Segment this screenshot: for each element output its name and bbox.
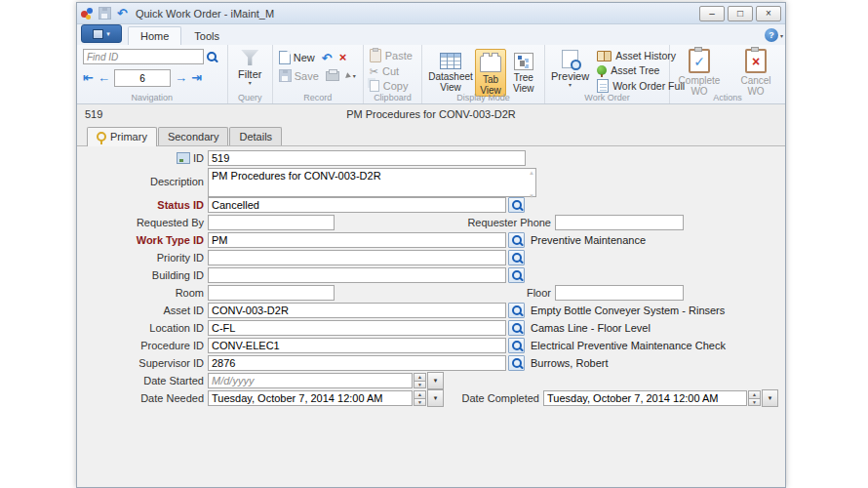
building-row: Building ID [77, 267, 785, 283]
room-input[interactable] [208, 285, 335, 301]
asset-lookup-button[interactable] [508, 303, 525, 318]
date-completed-dropdown[interactable]: ▾ [762, 389, 778, 407]
tab-view-button[interactable]: Tab View [475, 49, 506, 97]
requester-phone-input[interactable] [555, 215, 684, 230]
paste-button[interactable]: Paste [370, 49, 415, 62]
procedure-id-input[interactable] [208, 338, 506, 353]
description-textarea[interactable]: PM Procedures for CONV-003-D2R [208, 168, 536, 197]
tree-view-button[interactable]: Tree View [508, 49, 539, 97]
work-type-id-label: Work Type ID [77, 234, 204, 246]
ribbon-tab-row: ▾ Home Tools ? ▾ [77, 24, 785, 45]
clipboard-x-icon: × [745, 49, 767, 73]
clipboard-check-icon: ✓ [689, 49, 710, 73]
chevron-down-icon[interactable]: ▾ [780, 32, 783, 39]
record-number-input[interactable] [114, 69, 171, 87]
date-needed-spinner[interactable]: ▲▼ [414, 390, 426, 406]
cursor-icon [345, 72, 352, 79]
date-started-label: Date Started [77, 375, 204, 386]
datasheet-table-icon [440, 53, 461, 69]
magnifier-icon [512, 270, 522, 280]
title-bar: ↶ Quick Work Order - iMaint_M – □ × [77, 3, 785, 24]
status-id-label: Status ID [77, 199, 204, 211]
requested-by-input[interactable] [208, 215, 335, 230]
complete-wo-button[interactable]: ✓ Complete WO [676, 49, 723, 97]
date-started-input[interactable] [208, 373, 413, 388]
undo-record-icon[interactable]: ↶ [322, 53, 333, 63]
save-record-button[interactable]: Save [279, 69, 319, 82]
select-record-button[interactable]: ▾ [346, 73, 356, 79]
floor-input[interactable] [555, 285, 684, 301]
location-id-input[interactable] [208, 320, 506, 336]
group-label-work-order: Work Order [545, 93, 669, 102]
supervisor-lookup-button[interactable] [508, 355, 525, 371]
date-completed-spinner[interactable]: ▲▼ [748, 390, 761, 406]
delete-record-icon[interactable]: × [339, 52, 347, 63]
last-record-button[interactable]: ⇥ [191, 72, 202, 84]
filter-button[interactable]: Filter ▾ [234, 49, 266, 87]
tab-details[interactable]: Details [229, 127, 282, 145]
search-icon[interactable] [207, 52, 217, 61]
maximize-button[interactable]: □ [728, 6, 753, 21]
tab-home[interactable]: Home [128, 26, 181, 45]
date-started-dropdown[interactable]: ▾ [427, 372, 444, 389]
help-icon[interactable]: ? [765, 28, 778, 42]
magnifier-icon [512, 341, 522, 350]
room-row: Room Floor [77, 285, 785, 301]
date-needed-dropdown[interactable]: ▾ [427, 389, 444, 407]
asset-row: Asset ID Empty Bottle Conveyer System - … [77, 303, 785, 318]
minimize-button[interactable]: – [699, 6, 725, 21]
first-record-button[interactable]: ⇤ [83, 72, 94, 84]
copy-button[interactable]: Copy [370, 80, 415, 92]
building-id-input[interactable] [208, 267, 506, 283]
date-started-spinner[interactable]: ▲▼ [414, 373, 426, 388]
form-body: ID Description PM Procedures for CONV-00… [77, 146, 785, 487]
priority-lookup-button[interactable] [508, 250, 525, 265]
tree-view-icon [514, 53, 533, 70]
cancel-wo-button[interactable]: × Cancel WO [732, 49, 779, 97]
description-row: Description PM Procedures for CONV-003-D… [77, 168, 785, 195]
previous-record-button[interactable]: ← [98, 72, 110, 84]
preview-button[interactable]: Preview ▾ [551, 49, 589, 88]
magnifier-icon [512, 305, 522, 315]
undo-icon[interactable]: ↶ [117, 8, 128, 19]
copy-pages-icon [370, 80, 379, 92]
cut-button[interactable]: ✂ Cut [370, 65, 415, 77]
date-needed-input[interactable] [208, 390, 413, 406]
tab-primary[interactable]: Primary [87, 127, 157, 146]
tab-tools[interactable]: Tools [181, 26, 232, 45]
datasheet-view-button[interactable]: Datasheet View [428, 49, 473, 97]
priority-id-input[interactable] [208, 250, 506, 265]
window-title: Quick Work Order - iMaint_M [136, 8, 274, 20]
id-input[interactable] [208, 150, 526, 166]
chevron-down-icon: ▾ [249, 80, 252, 86]
ribbon-group-query: Filter ▾ Query [228, 45, 273, 103]
asset-id-label: Asset ID [77, 305, 204, 316]
application-menu-button[interactable]: ▾ [81, 24, 122, 43]
asset-id-input[interactable] [208, 303, 506, 318]
form-tab-strip: Primary Secondary Details [77, 126, 785, 146]
save-icon[interactable] [99, 7, 111, 20]
procedure-id-label: Procedure ID [77, 340, 204, 351]
requester-phone-label: Requester Phone [467, 217, 551, 228]
next-record-button[interactable]: → [175, 72, 187, 84]
tree-green-icon [597, 65, 607, 75]
paste-clipboard-icon [370, 49, 381, 62]
building-lookup-button[interactable] [508, 267, 525, 283]
textarea-scroll-arrows[interactable]: ▲▼ [529, 170, 534, 199]
date-completed-input[interactable] [543, 390, 747, 406]
new-record-button[interactable]: New [279, 51, 315, 64]
supervisor-id-input[interactable] [208, 355, 506, 371]
work-type-id-input[interactable] [208, 232, 506, 248]
print-icon[interactable] [326, 71, 339, 81]
location-lookup-button[interactable] [508, 320, 525, 336]
close-button[interactable]: × [756, 6, 781, 21]
ribbon-group-work-order: Preview ▾ Asset History Asset Tree Work … [545, 45, 670, 103]
requested-by-label: Requested By [77, 217, 204, 228]
tab-secondary[interactable]: Secondary [158, 127, 229, 145]
find-id-input[interactable] [83, 49, 204, 64]
ribbon: ⇤ ← → ⇥ Navigation Filter ▾ Query [77, 45, 785, 104]
priority-id-label: Priority ID [77, 252, 204, 264]
preview-magnifier-icon [562, 50, 578, 68]
procedure-lookup-button[interactable] [508, 338, 525, 353]
work-type-lookup-button[interactable] [508, 232, 525, 248]
